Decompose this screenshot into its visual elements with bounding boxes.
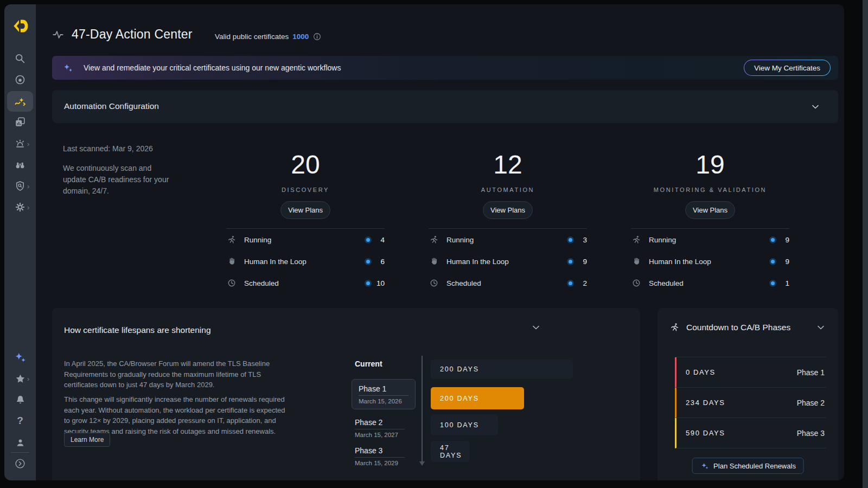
countdown-header: Countdown to CA/B Phases [669,322,790,332]
view-plans-button[interactable]: View Plans [483,201,533,219]
countdown-title: Countdown to CA/B Phases [686,323,790,332]
stat-row-running[interactable]: Running 3 [429,229,587,251]
alerts-siren-icon[interactable]: › [4,136,36,151]
ai-sparkles-icon[interactable] [4,350,36,365]
activity-waveform-icon [52,29,64,41]
collapse-chevron-icon[interactable] [531,322,541,333]
last-scanned-text: Last scanned: Mar 9, 2026 [63,144,171,153]
phase-name: Phase 3 [355,446,405,458]
expand-sidebar-icon[interactable] [4,456,36,471]
hand-icon [226,256,237,266]
row-label: Human In the Loop [244,258,307,266]
reports-icon[interactable] [4,114,36,130]
row-value: 9 [781,236,789,244]
stat-row-scheduled[interactable]: Scheduled 2 [429,272,587,294]
stat-row-running[interactable]: Running 4 [226,229,385,251]
stat-column-monitoring: 19 MONITORING & VALIDATION View Plans Ru… [631,150,789,294]
row-value: 6 [376,258,385,266]
valid-certificates-summary: Valid public certificates 1000 [215,32,322,41]
digicert-logo[interactable] [4,15,36,37]
stat-row-human-in-the-loop[interactable]: Human In the Loop 6 [226,251,385,272]
stat-row-scheduled[interactable]: Scheduled 10 [226,272,385,294]
view-plans-button[interactable]: View Plans [280,201,330,219]
status-dot [365,236,372,243]
stat-row-human-in-the-loop[interactable]: Human In the Loop 9 [429,251,587,272]
row-label: Running [446,236,474,244]
sidebar-divider [11,452,29,453]
countdown-rows: 0 DAYS Phase 1 234 DAYS Phase 2 590 DAYS… [675,357,826,448]
plan-scheduled-renewals-label: Plan Scheduled Renewals [713,462,796,470]
plan-scheduled-renewals-button[interactable]: Plan Scheduled Renewals [692,458,804,474]
page-title: 47-Day Action Center [72,27,193,42]
phase-3-selector[interactable]: Phase 3 March 15, 2029 [355,446,412,466]
runner-icon [669,322,680,332]
scan-target-icon[interactable] [4,72,36,87]
phase-date: March 15, 2029 [355,460,412,466]
bar-phase1-200-days-highlighted: 200 DAYS [431,387,524,409]
stat-column-automation: 12 AUTOMATION View Plans Running 3 Human… [429,150,587,294]
countdown-row-phase-2[interactable]: 234 DAYS Phase 2 [675,388,826,418]
countdown-row-phase-3[interactable]: 590 DAYS Phase 3 [675,418,826,448]
chevron-right-icon: › [27,183,29,190]
page-header: 47-Day Action Center [52,27,193,42]
clock-icon [429,278,439,288]
countdown-row-phase-1[interactable]: 0 DAYS Phase 1 [675,357,826,388]
sparkles-icon [62,62,74,74]
phase-date: March 15, 2027 [355,432,412,438]
clock-icon [631,278,642,288]
collapse-chevron-icon[interactable] [815,322,826,333]
learn-more-button[interactable]: Learn More [64,433,110,447]
stat-row-human-in-the-loop[interactable]: Human In the Loop 9 [631,251,789,272]
phase-2-selector[interactable]: Phase 2 March 15, 2027 [355,418,412,438]
row-value: 4 [376,236,385,244]
automation-label: AUTOMATION [429,187,587,193]
row-label: Scheduled [446,279,481,287]
row-value: 2 [578,279,587,287]
phase-label: Phase 3 [797,429,826,438]
settings-gear-icon[interactable]: › [4,200,36,215]
valid-certificates-count[interactable]: 1000 [292,33,309,41]
chevron-right-icon: › [27,375,29,382]
certificate-inspector-icon[interactable]: › [4,178,36,194]
status-dot [365,280,372,287]
lifespans-title: How certificate lifespans are shortening [64,325,211,335]
stat-column-discovery: 20 DISCOVERY View Plans Running 4 Human … [226,150,385,294]
automation-sparkle-icon [14,95,27,108]
lifespans-paragraph-2: This change will significantly increase … [64,394,291,436]
valid-certificates-label: Valid public certificates [215,33,289,41]
row-label: Scheduled [244,279,279,287]
runner-icon [226,235,237,245]
notifications-bell-icon[interactable] [4,392,36,407]
discovery-count: 20 [226,150,385,180]
collapse-chevron-icon[interactable] [810,101,821,112]
account-user-icon[interactable] [4,435,36,450]
screen: › › › › ? 47-Day Action Center Valid pub… [0,0,868,488]
window-scrollbar[interactable] [863,0,868,488]
stat-row-scheduled[interactable]: Scheduled 1 [631,272,789,294]
stat-row-running[interactable]: Running 9 [631,229,789,251]
days-remaining: 234 DAYS [686,399,725,407]
info-icon[interactable] [312,32,322,41]
timeline-axis [422,356,423,464]
help-icon[interactable]: ? [4,413,36,428]
status-dot [769,236,776,243]
lifespans-paragraph-1: In April 2025, the CA/Browser Forum will… [64,358,291,390]
discovery-binoculars-icon[interactable] [4,157,36,172]
row-value: 1 [781,279,789,287]
favorites-star-icon[interactable]: › [4,371,36,386]
chevron-right-icon: › [27,204,29,211]
view-my-certificates-button[interactable]: View My Certificates [744,60,831,76]
scan-description: We continuously scan and update CA/B rea… [63,163,171,197]
row-label: Human In the Loop [446,258,509,266]
phase-label: Phase 1 [797,368,826,377]
current-label: Current [355,359,382,368]
phase-1-selector-selected[interactable]: Phase 1 March 15, 2026 [352,379,416,409]
sparkles-icon [700,461,709,471]
sidebar-item-automation-active[interactable] [7,91,33,112]
status-dot [567,258,574,265]
view-plans-button[interactable]: View Plans [685,201,735,219]
row-value: 9 [578,258,587,266]
phase-name: Phase 2 [355,418,405,429]
automation-configuration-header[interactable]: Automation Configuration [52,90,838,123]
search-icon[interactable] [4,51,36,66]
